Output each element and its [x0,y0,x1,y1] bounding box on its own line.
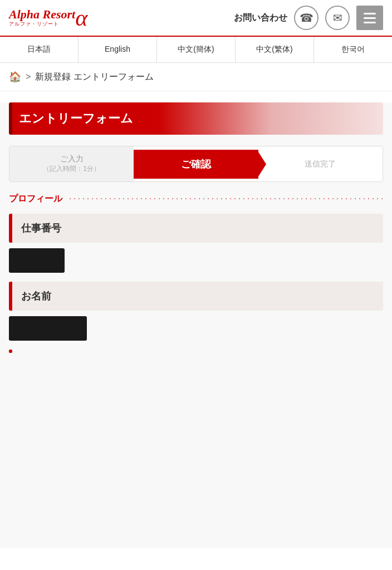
hamburger-icon [364,13,376,23]
breadcrumb: 🏠 > 新規登録 エントリーフォーム [0,63,392,91]
field-job-number-label: 仕事番号 [12,214,70,243]
field-name-value [9,316,87,341]
logo-text: Alpha Resort アルファ・リゾート [9,8,75,28]
step-2-label: ご確認 [181,159,211,170]
lang-chinese-traditional[interactable]: 中文(繁体) [236,37,314,62]
menu-button[interactable] [356,6,383,30]
section-header-title: エントリーフォーム [19,111,133,125]
steps-container: ご入力 （記入時間：1分） ご確認 送信完了 [9,146,383,182]
mail-button[interactable]: ✉ [325,6,350,30]
step-3-label: 送信完了 [305,159,336,168]
profile-section: プロフィール [9,193,383,205]
lang-english[interactable]: English [79,37,157,62]
section-header: エントリーフォーム [9,102,383,135]
field-job-number-value [9,248,65,273]
profile-label: プロフィール [9,193,62,205]
field-name-header: お名前 [9,282,383,311]
logo-sub-text: アルファ・リゾート [9,21,75,28]
step-3: 送信完了 [258,151,383,177]
section-header-bar [9,102,12,135]
logo-area: Alpha Resort アルファ・リゾート α [9,6,227,30]
profile-dots-decoration [68,196,383,202]
field-job-number: 仕事番号 [9,214,383,273]
more-fields-indicator [9,350,12,353]
step-1: ご入力 （記入時間：1分） [9,146,134,181]
header: Alpha Resort アルファ・リゾート α お問い合わせ ☎ ✉ [0,0,392,37]
main-content: エントリーフォーム ご入力 （記入時間：1分） ご確認 送信完了 プロフィール … [0,102,392,548]
contact-label: お問い合わせ [234,12,287,24]
lang-japanese[interactable]: 日本語 [0,37,79,62]
step-1-label: ご入力 [15,154,128,164]
phone-icon: ☎ [300,11,313,24]
breadcrumb-path: 新規登録 エントリーフォーム [35,71,153,83]
field-name: お名前 [9,282,383,341]
field-job-number-header: 仕事番号 [9,214,383,243]
home-icon[interactable]: 🏠 [9,71,21,83]
logo-main-text: Alpha Resort [9,8,75,21]
step-1-sublabel: （記入時間：1分） [15,164,128,174]
phone-button[interactable]: ☎ [294,6,318,30]
step-2: ご確認 [134,150,258,179]
mail-icon: ✉ [333,11,342,24]
logo-symbol: α [75,6,87,30]
breadcrumb-separator: > [26,72,31,82]
lang-chinese-simplified[interactable]: 中文(簡体) [157,37,236,62]
field-name-label: お名前 [12,282,60,311]
lang-korean[interactable]: 한국어 [314,37,392,62]
language-nav: 日本語 English 中文(簡体) 中文(繁体) 한국어 [0,37,392,63]
